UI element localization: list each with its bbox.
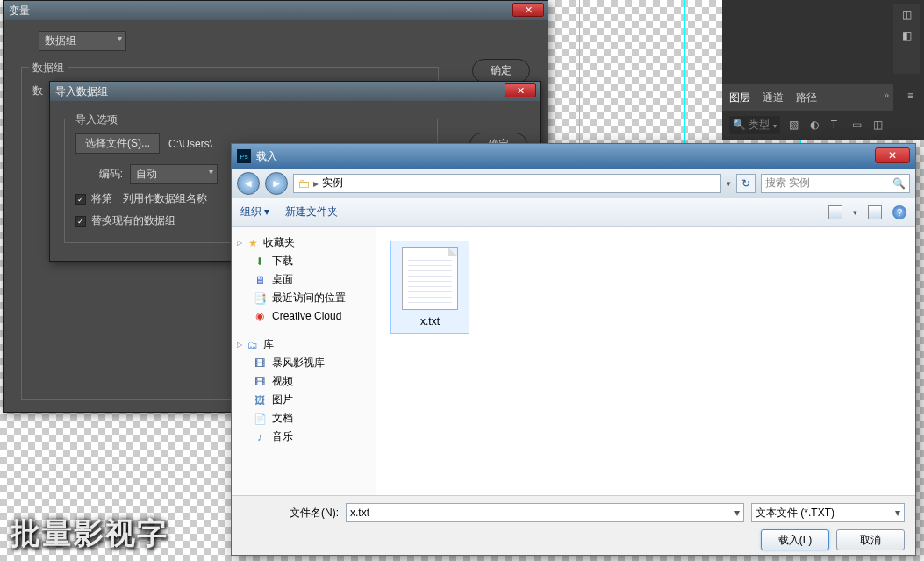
preview-pane-icon[interactable] — [868, 205, 882, 219]
sidebar-documents[interactable]: 文档 — [272, 411, 293, 426]
file-dialog-titlebar[interactable]: Ps 载入 ✕ — [232, 144, 915, 169]
sidebar-desktop[interactable]: 桌面 — [272, 272, 293, 287]
music-icon: ♪ — [253, 430, 267, 444]
download-icon: ⬇ — [253, 255, 267, 269]
load-button[interactable]: 载入(L) — [761, 529, 829, 550]
ps-icon: Ps — [237, 149, 251, 163]
filename-label: 文件名(N): — [242, 506, 339, 521]
new-folder-button[interactable]: 新建文件夹 — [285, 205, 338, 219]
desktop-icon: 🖥 — [253, 273, 267, 287]
file-name: x.txt — [397, 315, 463, 327]
pictures-icon: 🖼 — [253, 393, 267, 407]
filter-shape-icon[interactable]: ▭ — [852, 119, 864, 131]
checkbox-label: 将第一列用作数据组名称 — [91, 191, 207, 206]
layer-filter-type[interactable]: 🔍 类型 ▾ — [729, 116, 780, 134]
sidebar-downloads[interactable]: 下载 — [272, 254, 293, 269]
video-icon: 🎞 — [253, 375, 267, 389]
breadcrumb[interactable]: 🗀 ▸ 实例 — [293, 174, 721, 193]
sidebar-music[interactable]: 音乐 — [272, 429, 293, 444]
file-open-dialog: Ps 载入 ✕ ◄ ► 🗀 ▸ 实例 ▾ ↻ 搜索 实例 🔍 组织 ▾ 新建文件… — [231, 143, 916, 556]
panels-dock: ◫ ◧ 图层 通道 路径 » ≡ 🔍 类型 ▾ ▧ ◐ T ▭ ◫ — [722, 0, 924, 140]
ok-button[interactable]: 确定 — [472, 59, 530, 83]
close-icon[interactable]: ✕ — [875, 147, 910, 163]
sidebar-pictures[interactable]: 图片 — [272, 392, 293, 407]
tabs-overflow[interactable]: » — [884, 90, 889, 100]
sidebar-video[interactable]: 视频 — [272, 374, 293, 389]
watermark-text: 批量影视字 — [11, 514, 168, 554]
panel-tabs: 图层 通道 路径 — [722, 84, 893, 111]
filter-adjust-icon[interactable]: ◐ — [810, 119, 822, 131]
encoding-select[interactable]: 自动 — [130, 164, 218, 184]
back-button[interactable]: ◄ — [237, 172, 260, 195]
variables-titlebar[interactable]: 变量 ✕ — [4, 1, 548, 20]
filetype-select[interactable]: 文本文件 (*.TXT) — [751, 503, 905, 522]
file-list[interactable]: x.txt — [376, 227, 915, 495]
star-icon: ★ — [246, 236, 260, 250]
folder-icon: 🗀 — [297, 176, 310, 191]
sidebar-libraries[interactable]: 库 — [263, 337, 274, 352]
search-input[interactable]: 搜索 实例 🔍 — [761, 174, 910, 193]
filter-image-icon[interactable]: ▧ — [789, 119, 801, 131]
panel-icon[interactable]: ◧ — [902, 30, 912, 42]
sidebar-storm[interactable]: 暴风影视库 — [272, 356, 325, 370]
organize-menu[interactable]: 组织 ▾ — [240, 205, 269, 219]
file-dialog-footer: 文件名(N): x.txt 文本文件 (*.TXT) 载入(L) 取消 — [232, 495, 915, 555]
tab-layers[interactable]: 图层 — [729, 90, 750, 105]
places-sidebar[interactable]: ▷★收藏夹 ⬇下载 🖥桌面 📑最近访问的位置 ◉Creative Cloud ▷… — [232, 227, 376, 495]
import-title: 导入数据组 — [55, 84, 108, 99]
recent-icon: 📑 — [253, 291, 267, 306]
variables-mode-select[interactable]: 数据组 — [39, 31, 126, 51]
search-icon: 🔍 — [892, 177, 906, 190]
encoding-label: 编码: — [75, 167, 123, 182]
file-item[interactable]: x.txt — [390, 241, 469, 334]
view-mode-icon[interactable] — [828, 205, 842, 219]
sidebar-recent[interactable]: 最近访问的位置 — [272, 291, 346, 306]
sidebar-cc[interactable]: Creative Cloud — [272, 310, 341, 322]
layer-filter-row: 🔍 类型 ▾ ▧ ◐ T ▭ ◫ — [722, 112, 922, 137]
cancel-button[interactable]: 取消 — [836, 529, 905, 550]
panel-icon[interactable]: ◫ — [902, 9, 912, 21]
file-path-text: C:\Users\ — [168, 138, 212, 150]
filename-input[interactable]: x.txt — [346, 503, 744, 522]
refresh-button[interactable]: ↻ — [736, 174, 756, 193]
panel-menu-icon[interactable]: ≡ — [907, 90, 913, 102]
forward-button[interactable]: ► — [265, 172, 288, 195]
collapsed-panel-strip[interactable]: ◫ ◧ — [893, 4, 920, 74]
file-dialog-title: 载入 — [256, 149, 277, 164]
checkbox-label: 替换现有的数据组 — [91, 213, 175, 228]
filter-smart-icon[interactable]: ◫ — [873, 119, 885, 131]
library-icon: 🗂 — [246, 338, 260, 352]
crumb-folder[interactable]: 实例 — [322, 176, 343, 191]
tab-channels[interactable]: 通道 — [763, 90, 784, 105]
nav-bar: ◄ ► 🗀 ▸ 实例 ▾ ↻ 搜索 实例 🔍 — [232, 169, 915, 198]
close-icon[interactable]: ✕ — [512, 3, 544, 17]
file-toolbar: 组织 ▾ 新建文件夹 ▾ ? — [232, 198, 915, 227]
select-file-button[interactable]: 选择文件(S)... — [75, 133, 160, 154]
close-icon[interactable]: ✕ — [505, 83, 536, 97]
tab-paths[interactable]: 路径 — [796, 90, 817, 105]
documents-icon: 📄 — [253, 412, 267, 426]
variables-title: 变量 — [9, 4, 30, 18]
filter-type-icon[interactable]: T — [831, 119, 843, 131]
import-titlebar[interactable]: 导入数据组 ✕ — [50, 82, 540, 101]
sidebar-favorites[interactable]: 收藏夹 — [263, 235, 295, 250]
dataset-legend: 数据组 — [29, 61, 68, 76]
storm-icon: 🎞 — [253, 356, 267, 370]
cc-icon: ◉ — [253, 309, 267, 323]
import-options-legend: 导入选项 — [72, 112, 121, 127]
help-icon[interactable]: ? — [892, 205, 906, 219]
text-file-icon — [402, 247, 458, 310]
search-placeholder: 搜索 实例 — [765, 176, 810, 191]
